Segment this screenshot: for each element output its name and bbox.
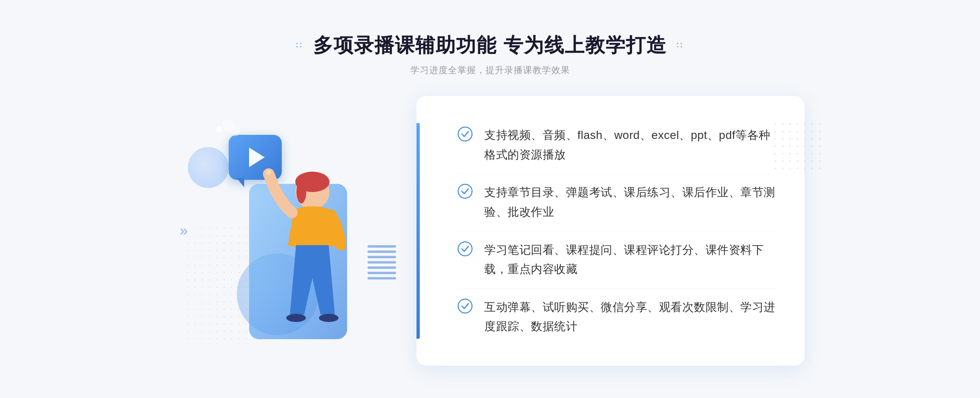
person-illustration [241,151,363,356]
features-card: 支持视频、音频、flash、word、excel、ppt、pdf等各种格式的资源… [416,96,804,366]
feature-item-2: 支持章节目录、弹题考试、课后练习、课后作业、章节测验、批改作业 [457,173,776,230]
blue-circle-small [188,147,229,188]
stripe-2 [368,250,396,253]
illustration-area: » [176,98,429,364]
stripe-7 [368,277,396,279]
feature-text-3: 学习笔记回看、课程提问、课程评论打分、课件资料下载，重点内容收藏 [484,240,776,279]
stripe-5 [368,266,396,269]
svg-point-8 [458,127,472,141]
svg-point-9 [458,184,472,198]
stripe-3 [368,256,396,258]
check-icon-1 [457,126,473,142]
feature-text-1: 支持视频、音频、flash、word、excel、ppt、pdf等各种格式的资源… [484,125,776,164]
stripe-1 [368,245,396,248]
header-section: ∷ 多项录播课辅助功能 专为线上教学打造 ∷ 学习进度全掌握，提升录播课教学效果 [0,32,980,76]
svg-point-10 [458,242,472,256]
feature-item-1: 支持视频、音频、flash、word、excel、ppt、pdf等各种格式的资源… [457,116,776,173]
feature-item-3: 学习笔记回看、课程提问、课程评论打分、课件资料下载，重点内容收藏 [457,231,776,288]
content-section: » [163,96,817,366]
page-subtitle: 学习进度全掌握，提升录播课教学效果 [0,64,980,76]
decorative-dots-right: ∷ [677,40,684,51]
feature-item-4: 互动弹幕、试听购买、微信分享、观看次数限制、学习进度跟踪、数据统计 [457,288,776,345]
page-title: 多项录播课辅助功能 专为线上教学打造 [313,32,666,58]
svg-point-11 [458,299,472,313]
feature-text-2: 支持章节目录、弹题考试、课后练习、课后作业、章节测验、批改作业 [484,183,776,221]
svg-point-5 [286,314,306,322]
decorative-dots-left: ∷ [296,40,303,51]
feature-text-4: 互动弹幕、试听购买、微信分享、观看次数限制、学习进度跟踪、数据统计 [484,297,776,336]
svg-point-7 [266,170,271,175]
stripe-6 [368,272,396,274]
stripe-4 [368,261,396,264]
sparkle-decoration [216,127,222,132]
page-wrapper: ∷ 多项录播课辅助功能 专为线上教学打造 ∷ 学习进度全掌握，提升录播课教学效果… [0,16,980,382]
check-icon-4 [457,298,473,314]
dots-right-decoration [772,121,821,170]
check-icon-2 [457,183,473,199]
stripes-decoration [368,245,396,282]
check-icon-3 [457,241,473,257]
title-row: ∷ 多项录播课辅助功能 专为线上教学打造 ∷ [0,32,980,58]
svg-point-3 [296,181,306,203]
svg-point-6 [319,314,339,322]
